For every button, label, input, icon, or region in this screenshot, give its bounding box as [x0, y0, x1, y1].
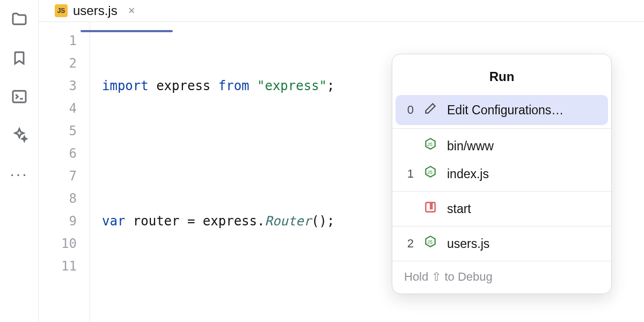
terminal-icon[interactable] [10, 87, 29, 106]
run-edit-configurations[interactable]: 0 Edit Configurations… [396, 95, 608, 125]
run-item-label: users.js [447, 237, 599, 251]
npm-icon [423, 200, 437, 217]
run-item-index: 2 [404, 237, 414, 251]
close-icon[interactable]: × [128, 4, 135, 18]
run-item-start[interactable]: start [392, 195, 611, 223]
run-item-index: 1 [404, 167, 414, 181]
run-item-bin-www[interactable]: JS bin/www [392, 132, 611, 160]
run-popup-hint: Hold ⇧ to Debug [392, 261, 611, 294]
more-icon[interactable]: ··· [10, 164, 29, 184]
folder-icon[interactable] [10, 10, 29, 29]
ai-sparkle-icon[interactable] [10, 126, 29, 145]
pencil-icon [423, 101, 437, 119]
run-item-label: start [447, 202, 599, 216]
nodejs-icon: JS [423, 165, 437, 182]
menu-separator [392, 226, 611, 226]
tab-active-indicator [80, 30, 173, 32]
run-item-label: index.js [447, 167, 599, 181]
run-item-index-js[interactable]: 1 JS index.js [392, 160, 611, 188]
svg-rect-4 [430, 202, 433, 209]
tab-label: users.js [73, 3, 118, 18]
tab-users-js[interactable]: JS users.js × [49, 0, 141, 21]
tab-row: JS users.js × [39, 0, 644, 22]
menu-separator [392, 128, 611, 129]
svg-text:JS: JS [427, 239, 433, 245]
run-item-label: Edit Configurations… [447, 103, 599, 118]
svg-text:JS: JS [427, 170, 433, 175]
svg-text:JS: JS [427, 142, 433, 147]
line-gutter: 123 456 789 1011 [39, 22, 90, 322]
editor-main: JS users.js × 123 456 789 1011 import ex… [39, 0, 644, 322]
menu-separator [392, 191, 611, 192]
js-file-icon: JS [55, 4, 68, 17]
run-item-users-js[interactable]: 2 JS users.js [392, 230, 611, 258]
nodejs-icon: JS [423, 137, 437, 155]
activity-bar: ··· [0, 0, 39, 322]
bookmark-icon[interactable] [10, 48, 29, 68]
run-item-index: 0 [404, 103, 414, 117]
run-item-label: bin/www [447, 139, 599, 153]
run-popup-title: Run [392, 62, 611, 95]
run-popup: Run 0 Edit Configurations… JS bin/www 1 … [392, 54, 612, 294]
svg-rect-0 [13, 91, 26, 102]
nodejs-icon: JS [423, 235, 437, 252]
